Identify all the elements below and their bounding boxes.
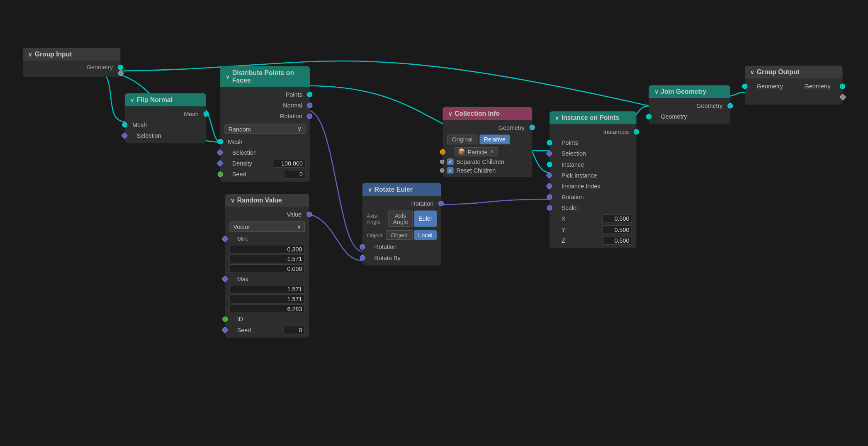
geometry-input-socket[interactable] — [742, 83, 748, 89]
random-value-header[interactable]: ∨ Random Value — [225, 194, 309, 207]
max-x-input[interactable] — [229, 285, 305, 294]
max-z-row — [225, 304, 309, 314]
geometry-output-socket[interactable] — [840, 83, 845, 89]
geometry-output-socket[interactable] — [727, 103, 733, 109]
rotation-input-socket[interactable] — [360, 244, 365, 250]
rotation-socket[interactable] — [547, 194, 552, 200]
min-x-input[interactable] — [229, 245, 305, 253]
seed-input[interactable] — [283, 326, 305, 334]
geometry-input-row: Geometry Geometry — [745, 81, 842, 92]
seed-socket[interactable] — [221, 327, 229, 334]
mesh-output-label: Mesh — [184, 111, 199, 117]
min-socket[interactable] — [221, 235, 229, 242]
min-label-row: Min: — [225, 233, 309, 244]
flip-normal-header[interactable]: ∨ Flip Normal — [125, 93, 206, 106]
pick-instance-row: Pick Instance — [549, 170, 636, 180]
rotate-euler-header[interactable]: ∨ Rotate Euler — [362, 183, 441, 196]
relative-btn[interactable]: Relative — [479, 134, 510, 144]
min-z-row — [225, 264, 309, 274]
selection-input-row: Selection — [549, 148, 636, 159]
geometry-output-socket[interactable] — [530, 125, 535, 130]
value-socket[interactable] — [306, 212, 312, 217]
geometry-input-socket[interactable] — [646, 114, 652, 119]
instance-index-socket[interactable] — [546, 183, 553, 190]
pick-instance-socket[interactable] — [546, 172, 553, 179]
vector-dropdown-container: Vector ∨ — [225, 220, 309, 234]
points-socket[interactable] — [547, 140, 552, 145]
instances-socket[interactable] — [634, 129, 639, 134]
chevron-icon: ∨ — [448, 110, 452, 116]
max-y-input[interactable] — [229, 295, 305, 303]
join-geometry-node: ∨ Join Geometry Geometry Geometry — [649, 85, 730, 124]
join-geometry-header[interactable]: ∨ Join Geometry — [649, 85, 730, 98]
flip-normal-title: Flip Normal — [137, 96, 173, 104]
collection-socket[interactable] — [440, 149, 445, 154]
sep-socket[interactable] — [440, 160, 444, 164]
points-label: Points — [286, 91, 302, 98]
min-z-input[interactable] — [229, 264, 305, 273]
reset-children-checkbox[interactable]: ✓ — [447, 167, 454, 174]
original-btn[interactable]: Original — [447, 134, 477, 144]
group-output-header[interactable]: ∨ Group Output — [745, 66, 842, 78]
mesh-label: Mesh — [228, 139, 242, 145]
id-socket[interactable] — [222, 317, 228, 322]
object-btn[interactable]: Object — [386, 230, 413, 240]
geometry-input-label: Geometry — [661, 113, 687, 120]
collection-info-header[interactable]: ∨ Collection Info — [443, 107, 532, 120]
axis-angle-btn[interactable]: Axis Angle — [388, 211, 413, 227]
density-socket[interactable] — [216, 160, 224, 167]
min-y-input[interactable] — [229, 255, 305, 263]
reset-socket[interactable] — [440, 168, 444, 173]
max-socket[interactable] — [221, 275, 229, 283]
distribute-points-header[interactable]: ∨ Distribute Points on Faces — [220, 66, 310, 87]
mode-dropdown[interactable]: Random ∨ — [225, 124, 306, 134]
instance-socket[interactable] — [547, 162, 552, 167]
chevron-icon: ∨ — [226, 73, 229, 79]
vector-dropdown[interactable]: Vector ∨ — [229, 222, 305, 232]
rotation-output-socket[interactable] — [438, 201, 444, 206]
local-btn[interactable]: Local — [414, 230, 437, 240]
mode-dropdown-container: Random ∨ — [220, 122, 310, 136]
selection-socket[interactable] — [121, 132, 128, 139]
rotate-by-socket[interactable] — [360, 255, 365, 261]
scale-socket[interactable] — [547, 205, 552, 210]
group-output-title: Group Output — [757, 68, 800, 76]
instance-on-points-header[interactable]: ∨ Instance on Points — [549, 111, 636, 124]
scale-z-input[interactable]: 0.500 — [602, 236, 632, 245]
collection-info-node: ∨ Collection Info Geometry Original Rela… — [443, 107, 532, 177]
mesh-input-socket[interactable] — [122, 122, 127, 127]
scale-x-input[interactable]: 0.500 — [602, 214, 632, 223]
normal-label: Normal — [283, 102, 302, 109]
normal-socket[interactable] — [307, 102, 312, 108]
max-z-input[interactable] — [229, 305, 305, 313]
close-icon[interactable]: ✕ — [490, 148, 495, 155]
separate-children-row: ✓ Separate Children — [443, 157, 532, 166]
seed-socket[interactable] — [218, 171, 223, 177]
rotate-euler-node: ∨ Rotate Euler Rotation Axis Angle Axis … — [362, 183, 441, 266]
geometry-output-socket[interactable] — [118, 65, 123, 70]
separate-children-checkbox[interactable]: ✓ — [447, 158, 454, 165]
group-input-header[interactable]: ∨ Group Input — [23, 48, 120, 61]
flip-normal-body: Mesh Mesh Selection — [125, 106, 206, 143]
rotation-output-row: Rotation — [362, 198, 441, 209]
scale-y-input[interactable]: 0.500 — [602, 225, 632, 234]
seed-input[interactable]: 0 — [284, 170, 305, 178]
points-socket[interactable] — [307, 92, 312, 97]
instance-label: Instance — [562, 161, 584, 168]
extra-output-row — [23, 72, 120, 75]
extra-output-row — [745, 92, 842, 102]
selection-socket[interactable] — [546, 150, 553, 157]
rotation-socket[interactable] — [307, 113, 312, 119]
selection-label: Selection — [232, 149, 257, 156]
mesh-input-socket[interactable] — [218, 139, 223, 144]
extra-output-socket[interactable] — [839, 94, 846, 101]
collection-info-body: Geometry Original Relative 📦 Particle ✕ … — [443, 120, 532, 177]
euler-btn[interactable]: Euler — [414, 211, 437, 227]
geometry-output-label: Geometry — [696, 102, 722, 109]
group-input-node: ∨ Group Input Geometry — [23, 48, 120, 77]
id-row: ID — [225, 314, 309, 324]
instance-index-label: Instance Index — [562, 183, 601, 190]
mesh-output-socket[interactable] — [204, 111, 209, 117]
selection-socket[interactable] — [216, 149, 224, 156]
density-input[interactable]: 100.000 — [273, 159, 305, 168]
